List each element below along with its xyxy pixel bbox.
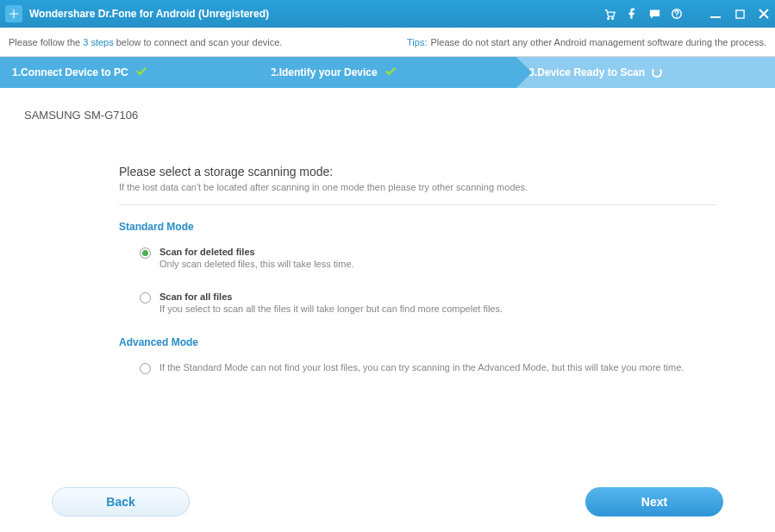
option-description: If the Standard Mode can not find your l… bbox=[159, 362, 684, 372]
titlebar: Wondershare Dr.Fone for Android (Unregis… bbox=[0, 0, 775, 28]
next-button[interactable]: Next bbox=[585, 487, 723, 516]
radio-scan-all[interactable] bbox=[140, 292, 151, 304]
option-description: Only scan deleted files, this will take … bbox=[159, 259, 354, 269]
back-button[interactable]: Back bbox=[52, 487, 190, 516]
check-icon bbox=[384, 66, 397, 80]
step-connect-device: 1.Connect Device to PC bbox=[0, 57, 259, 88]
option-description: If you select to scan all the files it w… bbox=[159, 304, 503, 314]
app-logo-icon bbox=[5, 5, 22, 22]
svg-rect-4 bbox=[710, 16, 721, 18]
info-bar: Please follow the 3 steps below to conne… bbox=[0, 28, 775, 57]
instruction-highlight: 3 steps bbox=[83, 37, 113, 47]
advanced-mode-title: Advanced Mode bbox=[119, 336, 716, 348]
svg-point-0 bbox=[607, 17, 609, 19]
maximize-button[interactable] bbox=[734, 8, 746, 20]
step-identify-device: 2.Identify your Device bbox=[259, 57, 517, 88]
instruction-suffix: below to connect and scan your device. bbox=[114, 37, 283, 47]
help-icon[interactable] bbox=[670, 7, 684, 21]
step-label: 3.Device Ready to Scan bbox=[528, 66, 645, 78]
tips-label: Tips: bbox=[407, 37, 427, 47]
app-window: Wondershare Dr.Fone for Android (Unregis… bbox=[0, 0, 775, 532]
loading-spinner-icon bbox=[652, 67, 662, 78]
divider bbox=[119, 204, 716, 205]
svg-point-1 bbox=[611, 17, 613, 19]
tips-content: Please do not start any other Android ma… bbox=[430, 37, 766, 47]
option-scan-deleted[interactable]: Scan for deleted files Only scan deleted… bbox=[140, 247, 716, 269]
instruction-prefix: Please follow the bbox=[9, 37, 83, 47]
feedback-icon[interactable] bbox=[647, 7, 661, 21]
section-subheading: If the lost data can't be located after … bbox=[119, 182, 716, 192]
main-content: SAMSUNG SM-G7106 Please select a storage… bbox=[0, 88, 775, 472]
radio-scan-deleted[interactable] bbox=[140, 247, 151, 259]
minimize-button[interactable] bbox=[709, 8, 722, 20]
tips-text: Tips:Please do not start any other Andro… bbox=[407, 37, 766, 47]
option-title: Scan for deleted files bbox=[159, 247, 354, 257]
radio-advanced[interactable] bbox=[140, 363, 151, 374]
svg-rect-5 bbox=[735, 9, 743, 17]
option-title: Scan for all files bbox=[159, 291, 503, 302]
footer: Back Next bbox=[0, 472, 775, 532]
step-label: 1.Connect Device to PC bbox=[12, 66, 128, 78]
facebook-icon[interactable] bbox=[625, 7, 639, 21]
option-scan-all[interactable]: Scan for all files If you select to scan… bbox=[140, 291, 716, 314]
step-label: 2.Identify your Device bbox=[271, 66, 378, 78]
steps-bar: 1.Connect Device to PC 2.Identify your D… bbox=[0, 57, 775, 88]
instruction-text: Please follow the 3 steps below to conne… bbox=[9, 37, 407, 47]
section-heading: Please select a storage scanning mode: bbox=[119, 165, 716, 178]
svg-point-3 bbox=[676, 16, 677, 16]
close-button[interactable] bbox=[758, 8, 770, 20]
standard-mode-title: Standard Mode bbox=[119, 221, 716, 233]
device-name: SAMSUNG SM-G7106 bbox=[24, 109, 751, 122]
option-advanced[interactable]: If the Standard Mode can not find your l… bbox=[140, 362, 716, 374]
window-title: Wondershare Dr.Fone for Android (Unregis… bbox=[29, 8, 603, 20]
check-icon bbox=[135, 66, 147, 80]
step-ready-to-scan: 3.Device Ready to Scan bbox=[516, 57, 775, 88]
cart-icon[interactable] bbox=[603, 7, 616, 21]
